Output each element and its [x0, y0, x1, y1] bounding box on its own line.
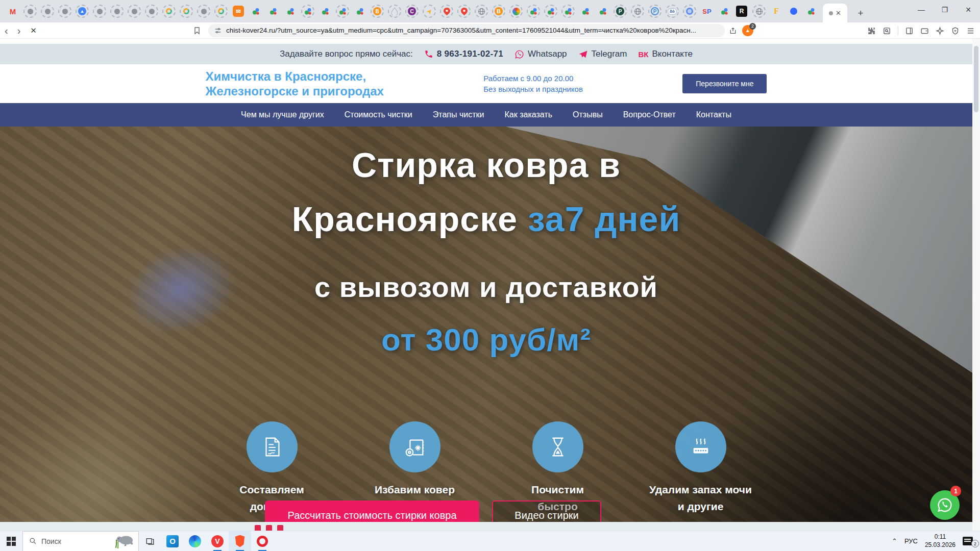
nav-item-advantages[interactable]: Чем мы лучше других — [241, 110, 324, 119]
pinned-tab-dots[interactable] — [594, 3, 611, 20]
pinned-tab-sleep[interactable] — [126, 3, 143, 20]
pinned-tab-ring[interactable] — [160, 3, 178, 20]
pinned-tab-blue-ring[interactable] — [681, 3, 698, 20]
telegram-link[interactable]: Telegram — [578, 49, 627, 59]
pinned-tab-r-logo[interactable]: R — [733, 3, 750, 20]
pinned-tab-ring[interactable] — [178, 3, 195, 20]
search-tabs-icon[interactable] — [883, 27, 891, 35]
pinned-tab-dots-sleep[interactable] — [299, 3, 316, 20]
taskbar-search-input[interactable]: Поиск — [22, 531, 139, 551]
nav-item-reviews[interactable]: Отзывы — [573, 110, 603, 119]
pinned-tab-sp[interactable]: SP — [698, 3, 716, 20]
tune-icon[interactable] — [214, 27, 222, 34]
pinned-tab-dots[interactable] — [282, 3, 299, 20]
new-tab-button[interactable]: + — [853, 6, 868, 20]
back-button[interactable]: ‹ — [0, 26, 13, 36]
page-scrollbar[interactable] — [972, 39, 980, 531]
pinned-tab-dots-sleep[interactable] — [334, 3, 351, 20]
clock[interactable]: 0:11 25.03.2026 — [925, 533, 955, 549]
nav-item-how-to-order[interactable]: Как заказать — [505, 110, 553, 119]
share-icon[interactable] — [729, 27, 737, 35]
pinned-tab-dots[interactable] — [264, 3, 282, 20]
site-logo[interactable]: Химчистка в Красноярске, Железногорске и… — [206, 69, 384, 99]
pinned-tab-sphere[interactable] — [507, 3, 525, 20]
taskbar-app-edge[interactable] — [184, 531, 206, 551]
video-button[interactable]: Видео стирки — [492, 500, 601, 522]
pinned-tab-dots[interactable] — [577, 3, 594, 20]
calculate-cost-button[interactable]: Рассчитать стоимость стирки ковра — [265, 500, 479, 522]
pinned-tab-f-logo[interactable]: F — [768, 3, 785, 20]
pinned-tab-sleep[interactable] — [39, 3, 56, 20]
pinned-tab-sleep[interactable] — [195, 3, 212, 20]
pinned-tab-drop[interactable] — [386, 3, 403, 20]
callback-button[interactable]: Перезвоните мне — [682, 74, 767, 93]
pinned-tab-cursor[interactable]: ➤ — [421, 3, 438, 20]
feature-odor-removal: Удалим запах мочии другие — [629, 421, 772, 515]
pinned-tab-sleep[interactable] — [108, 3, 126, 20]
stop-loading-button[interactable]: ✕ — [25, 26, 42, 35]
nav-item-faq[interactable]: Вопрос-Ответ — [623, 110, 676, 119]
vpn-shield-icon[interactable] — [951, 27, 960, 35]
nav-item-pricing[interactable]: Стоимость чистки — [345, 110, 412, 119]
pinned-tab-mail[interactable]: ✉ — [230, 3, 247, 20]
pinned-tab-sleep[interactable] — [21, 3, 39, 20]
taskbar-app-vivaldi[interactable]: V — [206, 531, 229, 551]
taskbar-app-brave[interactable] — [229, 531, 251, 551]
extensions-puzzle-icon[interactable] — [867, 27, 876, 35]
bookmark-icon[interactable] — [193, 27, 201, 35]
pinned-tab-p-blue[interactable]: P — [646, 3, 664, 20]
forward-button[interactable]: › — [13, 26, 26, 36]
pinned-tab-dots[interactable] — [247, 3, 264, 20]
pinned-tab-lbb[interactable]: lbb — [664, 3, 681, 20]
url-text[interactable]: chist-kover24.ru/?utm_source=ya&utm_medi… — [226, 27, 696, 34]
language-indicator[interactable]: РУС — [904, 537, 918, 545]
pinned-tab-dots-sleep[interactable] — [525, 3, 542, 20]
phone-link[interactable]: 8 963-191-02-71 — [424, 49, 503, 59]
wallet-icon[interactable] — [920, 27, 929, 35]
pinned-tab-ring[interactable] — [212, 3, 230, 20]
taskbar-app-outlook[interactable]: O — [161, 531, 184, 551]
window-close-button[interactable]: ✕ — [957, 0, 980, 19]
window-minimize-button[interactable]: — — [910, 0, 933, 19]
pinned-tab-purple[interactable]: C — [403, 3, 421, 20]
pinned-tab-p-green[interactable]: P — [611, 3, 629, 20]
scrollbar-thumb[interactable] — [974, 46, 978, 112]
pinned-tab-maps[interactable]: ▲ — [74, 3, 91, 20]
pinned-tab-sleep[interactable] — [143, 3, 160, 20]
vk-link[interactable]: ВК Вконтакте — [638, 49, 693, 59]
taskbar-app-opera[interactable] — [251, 531, 274, 551]
search-highlight-image[interactable] — [114, 533, 134, 550]
pinned-tab-dots-sleep[interactable] — [542, 3, 559, 20]
address-bar[interactable]: chist-kover24.ru/?utm_source=ya&utm_medi… — [208, 24, 725, 37]
start-button[interactable] — [0, 531, 22, 551]
pinned-tab-sleep[interactable] — [91, 3, 108, 20]
pinned-tab-gmail[interactable]: M — [4, 3, 21, 20]
whatsapp-link[interactable]: Whatsapp — [514, 49, 567, 59]
pinned-tab-dots-sleep[interactable] — [559, 3, 577, 20]
pinned-tab-dots[interactable] — [351, 3, 369, 20]
tray-expand-icon[interactable]: ⌃ — [892, 537, 897, 545]
pinned-tab-globe-dark[interactable] — [473, 3, 490, 20]
window-restore-button[interactable]: ❐ — [933, 0, 957, 19]
pinned-tab-dots[interactable] — [716, 3, 733, 20]
pinned-tab-dots[interactable] — [316, 3, 334, 20]
brave-rewards-icon[interactable]: ▲ 2 — [742, 25, 753, 36]
pinned-tab-btc[interactable]: B — [369, 3, 386, 20]
pinned-tab-dots[interactable] — [802, 3, 820, 20]
nav-item-stages[interactable]: Этапы чистки — [433, 110, 484, 119]
tab-close-icon[interactable]: ✕ — [836, 9, 841, 17]
task-view-button[interactable] — [139, 531, 161, 551]
menu-icon[interactable] — [966, 27, 975, 35]
pinned-tab-pin[interactable] — [438, 3, 455, 20]
pinned-tab-pin[interactable] — [455, 3, 473, 20]
notification-center-button[interactable]: 2 — [963, 531, 976, 551]
active-tab[interactable]: ✕ — [823, 4, 847, 22]
nav-item-contacts[interactable]: Контакты — [696, 110, 731, 119]
sidebar-toggle-icon[interactable] — [905, 27, 914, 35]
pinned-tab-globe[interactable] — [629, 3, 646, 20]
pinned-tab-blue-dot[interactable] — [785, 3, 802, 20]
pinned-tab-bcoin[interactable]: B — [490, 3, 507, 20]
pinned-tab-sleep[interactable] — [56, 3, 74, 20]
leo-sparkle-icon[interactable] — [936, 27, 944, 35]
pinned-tab-globe[interactable] — [750, 3, 768, 20]
